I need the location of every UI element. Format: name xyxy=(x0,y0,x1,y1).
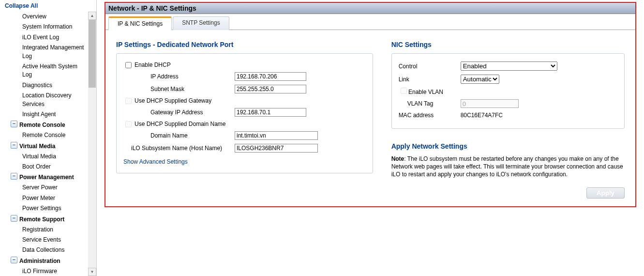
apply-heading: Apply Network Settings xyxy=(391,142,625,150)
page-title: Network - IP & NIC Settings xyxy=(105,3,635,14)
scrollbar-thumb[interactable] xyxy=(89,20,96,88)
tab-sntp[interactable]: SNTP Settings xyxy=(173,16,229,30)
sidebar-item-power-settings[interactable]: Power Settings xyxy=(0,203,88,214)
vlan-tag-label: VLAN Tag xyxy=(407,100,461,107)
sidebar-scroll: Overview System Information iLO Event Lo… xyxy=(0,12,96,276)
sidebar-scrollbar[interactable]: ▲ ▼ xyxy=(88,12,96,276)
ip-address-input[interactable] xyxy=(235,72,306,81)
group-remote-support[interactable]: Remote Support xyxy=(0,214,88,225)
use-dhcp-gateway-checkbox xyxy=(125,98,132,104)
sidebar-item-ilo-event-log[interactable]: iLO Event Log xyxy=(0,32,88,43)
group-administration[interactable]: Administration xyxy=(0,256,88,266)
sidebar-item-location-discovery[interactable]: Location Discovery Services xyxy=(0,91,88,109)
tab-ip-nic[interactable]: IP & NIC Settings xyxy=(108,16,172,30)
domain-name-label: Domain Name xyxy=(123,132,235,139)
ip-address-label: IP Address xyxy=(123,73,235,80)
subnet-mask-label: Subnet Mask xyxy=(123,86,235,92)
control-select[interactable]: Enabled xyxy=(461,61,557,71)
apply-button[interactable]: Apply xyxy=(586,187,625,199)
link-label: Link xyxy=(399,76,461,83)
sidebar-item-remote-console[interactable]: Remote Console xyxy=(0,130,88,140)
control-label: Control xyxy=(399,63,461,70)
enable-dhcp-checkbox[interactable] xyxy=(125,62,132,68)
apply-note: Note: The iLO subsystem must be restarte… xyxy=(391,155,625,179)
sidebar-item-system-information[interactable]: System Information xyxy=(0,22,88,32)
mac-address-value: 80C16E74A7FC xyxy=(461,112,503,119)
host-name-label: iLO Subsystem Name (Host Name) xyxy=(123,145,235,152)
group-power-management[interactable]: Power Management xyxy=(0,172,88,183)
gateway-label: Gateway IP Address xyxy=(123,109,235,116)
nav-tree: Overview System Information iLO Event Lo… xyxy=(0,12,88,276)
sidebar-item-insight-agent[interactable]: Insight Agent xyxy=(0,109,88,120)
gateway-input[interactable] xyxy=(235,108,306,117)
subnet-mask-input[interactable] xyxy=(235,85,306,93)
content-panel: Network - IP & NIC Settings IP & NIC Set… xyxy=(105,2,636,207)
enable-dhcp-label: Enable DHCP xyxy=(135,61,171,68)
sidebar-item-ahs-log[interactable]: Active Health System Log xyxy=(0,61,88,80)
ip-settings-column: IP Settings - Dedicated Network Port Ena… xyxy=(116,41,373,199)
sidebar: Collapse All Overview System Information… xyxy=(0,0,97,276)
sidebar-item-iml[interactable]: Integrated Management Log xyxy=(0,43,88,61)
sidebar-item-power-meter[interactable]: Power Meter xyxy=(0,193,88,203)
domain-name-input[interactable] xyxy=(235,131,318,140)
enable-vlan-checkbox xyxy=(401,88,407,94)
tab-strip: IP & NIC Settings SNTP Settings xyxy=(105,16,635,30)
sidebar-item-overview[interactable]: Overview xyxy=(0,12,88,22)
collapse-all-link[interactable]: Collapse All xyxy=(0,0,96,12)
ip-settings-heading: IP Settings - Dedicated Network Port xyxy=(116,41,373,48)
sidebar-item-boot-order[interactable]: Boot Order xyxy=(0,162,88,172)
nic-settings-heading: NIC Settings xyxy=(391,41,625,48)
show-advanced-link[interactable]: Show Advanced Settings xyxy=(123,154,188,165)
enable-vlan-label: Enable VLAN xyxy=(408,89,443,95)
sidebar-item-server-power[interactable]: Server Power xyxy=(0,183,88,193)
vlan-tag-input xyxy=(461,99,519,108)
sidebar-item-ilo-firmware[interactable]: iLO Firmware xyxy=(0,266,88,276)
mac-address-label: MAC address xyxy=(399,112,461,119)
sidebar-item-data-collections[interactable]: Data Collections xyxy=(0,245,88,255)
scroll-down-icon[interactable]: ▼ xyxy=(88,268,96,276)
use-dhcp-domain-checkbox xyxy=(125,121,132,127)
use-dhcp-domain-label: Use DHCP Supplied Domain Name xyxy=(135,121,226,127)
group-virtual-media[interactable]: Virtual Media xyxy=(0,141,88,152)
use-dhcp-gateway-label: Use DHCP Supplied Gateway xyxy=(135,97,211,104)
nic-settings-box: Control Enabled Link Automatic Enable VL… xyxy=(391,53,625,129)
sidebar-item-diagnostics[interactable]: Diagnostics xyxy=(0,80,88,91)
main-content: Network - IP & NIC Settings IP & NIC Set… xyxy=(97,0,644,276)
panel-body: IP Settings - Dedicated Network Port Ena… xyxy=(105,30,635,206)
scroll-up-icon[interactable]: ▲ xyxy=(88,12,96,20)
sidebar-item-service-events[interactable]: Service Events xyxy=(0,235,88,245)
group-remote-console[interactable]: Remote Console xyxy=(0,120,88,130)
nic-apply-column: NIC Settings Control Enabled Link Automa… xyxy=(391,41,625,199)
ip-settings-box: Enable DHCP IP Address Subnet Mask xyxy=(116,53,373,173)
link-select[interactable]: Automatic xyxy=(461,75,499,84)
sidebar-item-registration[interactable]: Registration xyxy=(0,225,88,235)
host-name-input[interactable] xyxy=(235,144,318,153)
sidebar-item-virtual-media[interactable]: Virtual Media xyxy=(0,152,88,162)
